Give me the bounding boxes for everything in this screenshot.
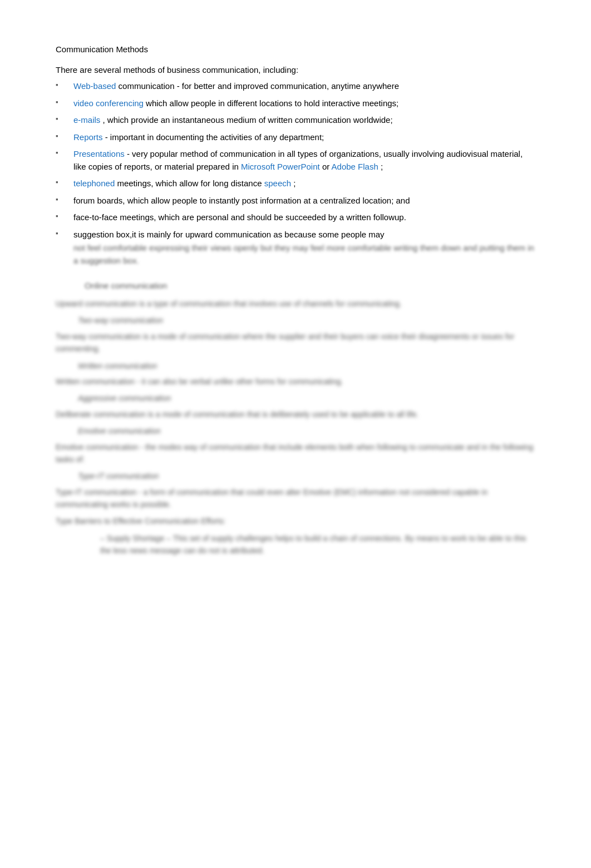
list-item-text: communication - for better and improved …	[119, 81, 399, 91]
list-item: ▪ suggestion box,it is mainly for upward…	[56, 229, 535, 292]
blurred-para-5: Emotive communication - the modes way of…	[56, 441, 535, 466]
list-item-content: Reports - important in documenting the a…	[73, 131, 535, 144]
list-item-text: which allow people in different location…	[146, 98, 398, 108]
page-title: Communication Methods	[56, 44, 535, 54]
list-item-content: Web-based communication - for better and…	[73, 80, 535, 93]
telephoned-link[interactable]: telephoned	[73, 178, 115, 188]
bullet-icon: ▪	[56, 229, 69, 237]
list-item-text: , which provide an instantaneous medium …	[103, 115, 393, 125]
blurred-subheading-2: Written communication	[78, 360, 535, 372]
list-item: ▪ face-to-face meetings, which are perso…	[56, 211, 535, 224]
blurred-subheading-4: Emotive communication	[78, 425, 535, 437]
bullet-icon: ▪	[56, 98, 69, 106]
bullet-icon: ▪	[56, 178, 69, 186]
list-item-text-or: or	[322, 162, 332, 171]
list-item-text: face-to-face meetings, which are persona…	[73, 212, 406, 222]
list-item-content: telephoned meetings, which allow for lon…	[73, 177, 535, 190]
blurred-content-section: Upward communication is a type of commun…	[56, 297, 535, 557]
bullet-icon: ▪	[56, 212, 69, 220]
blurred-para-3: Written communication - it can also be v…	[56, 375, 535, 388]
bullet-icon: ▪	[56, 195, 69, 204]
presentations-link[interactable]: Presentations	[73, 149, 125, 158]
blurred-para-1: Upward communication is a type of commun…	[56, 297, 535, 310]
blurred-subheading-5: Type-IT communication	[78, 470, 535, 482]
bullet-icon: ▪	[56, 132, 69, 140]
reports-link[interactable]: Reports	[73, 132, 103, 142]
list-item-content: Presentations - very popular method of c…	[73, 148, 535, 173]
blurred-para-2: Two-way communication is a mode of commu…	[56, 330, 535, 355]
list-item-text: forum boards, which allow people to inst…	[73, 196, 410, 205]
list-item: ▪ telephoned meetings, which allow for l…	[56, 177, 535, 190]
bullet-icon: ▪	[56, 81, 69, 89]
list-item-text-end: ;	[293, 178, 296, 188]
list-item-text: meetings, which allow for long distance	[117, 178, 264, 188]
list-item-content: forum boards, which allow people to inst…	[73, 195, 535, 207]
speech-link[interactable]: speech	[264, 178, 291, 188]
list-item-text: - important in documenting the activitie…	[105, 132, 324, 142]
blurred-para-4: Deliberate communication is a mode of co…	[56, 408, 535, 420]
communication-methods-list: ▪ Web-based communication - for better a…	[56, 80, 535, 292]
list-item-content: e-mails , which provide an instantaneous…	[73, 114, 535, 127]
list-item-content: face-to-face meetings, which are persona…	[73, 211, 535, 224]
blurred-subheading-3: Aggressive communication	[78, 392, 535, 404]
list-item-content: suggestion box,it is mainly for upward c…	[73, 229, 535, 292]
blurred-sub-text: not feel comfortable expressing their vi…	[73, 242, 535, 292]
list-item: ▪ Web-based communication - for better a…	[56, 80, 535, 93]
emails-link[interactable]: e-mails	[73, 115, 100, 125]
intro-paragraph: There are several methods of business co…	[56, 65, 535, 75]
list-item: ▪ Presentations - very popular method of…	[56, 148, 535, 173]
blurred-para-7: Type Barriers to Effective Communication…	[56, 515, 535, 527]
blurred-para-6: Type-IT communication - a form of commun…	[56, 486, 535, 511]
bullet-icon: ▪	[56, 148, 69, 157]
web-based-link[interactable]: Web-based	[73, 81, 116, 91]
list-item-content: video conferencing which allow people in…	[73, 97, 535, 110]
list-item: ▪ video conferencing which allow people …	[56, 97, 535, 110]
list-item: ▪ forum boards, which allow people to in…	[56, 195, 535, 207]
bullet-icon: ▪	[56, 115, 69, 123]
video-conferencing-link[interactable]: video conferencing	[73, 98, 144, 108]
list-item: ▪ Reports - important in documenting the…	[56, 131, 535, 144]
list-item: ▪ e-mails , which provide an instantaneo…	[56, 114, 535, 127]
list-item-text: suggestion box,it is mainly for upward c…	[73, 230, 385, 239]
adobe-flash-link[interactable]: Adobe Flash	[332, 162, 378, 171]
list-item-text-end: ;	[381, 162, 383, 171]
microsoft-powerpoint-link[interactable]: Microsoft PowerPoint	[241, 162, 320, 171]
blurred-subpara-7: – Supply Shortage – This set of supply c…	[100, 532, 535, 557]
blurred-subheading-1: Two-way communication	[78, 314, 535, 326]
